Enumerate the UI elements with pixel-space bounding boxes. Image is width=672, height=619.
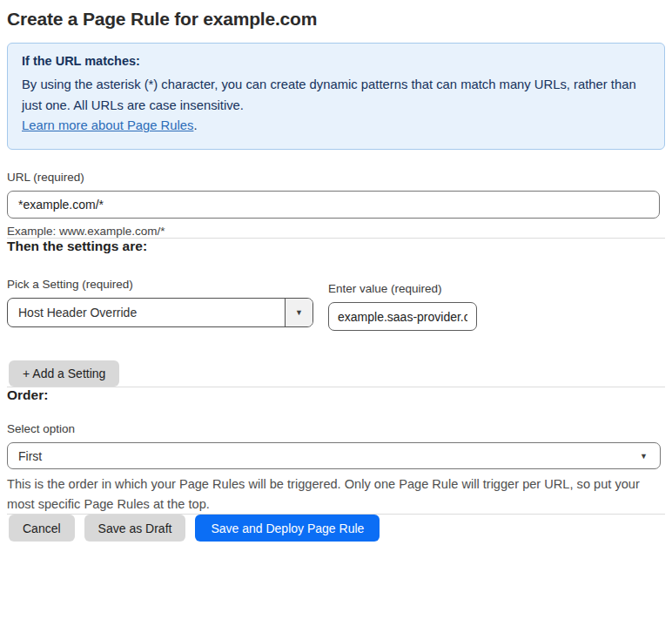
order-help-text: This is the order in which your Page Rul…: [7, 474, 665, 514]
settings-row: Pick a Setting (required) Host Header Ov…: [7, 278, 665, 331]
enter-value-label: Enter value (required): [328, 282, 477, 295]
info-box-heading: If the URL matches:: [22, 54, 650, 68]
info-box-body: By using the asterisk (*) character, you…: [22, 75, 650, 116]
order-section-heading: Order:: [7, 387, 665, 403]
url-matches-info-box: If the URL matches: By using the asteris…: [7, 43, 665, 150]
url-label: URL (required): [7, 171, 665, 184]
select-option-label: Select option: [7, 422, 665, 435]
cancel-button[interactable]: Cancel: [9, 515, 75, 542]
learn-more-link[interactable]: Learn more about Page Rules: [22, 118, 193, 132]
setting-select-arrow-button[interactable]: ▼: [285, 299, 312, 326]
add-setting-button[interactable]: + Add a Setting: [9, 360, 119, 387]
page-title: Create a Page Rule for example.com: [7, 9, 665, 30]
url-hint: Example: www.example.com/*: [7, 225, 665, 238]
save-draft-button[interactable]: Save as Draft: [84, 515, 186, 542]
chevron-down-icon: ▼: [640, 452, 648, 460]
link-suffix: .: [193, 118, 197, 132]
setting-select-value: Host Header Override: [8, 299, 285, 326]
create-page-rule-form: Create a Page Rule for example.com If th…: [0, 0, 672, 542]
setting-select[interactable]: Host Header Override ▼: [7, 298, 313, 327]
url-input[interactable]: [7, 191, 660, 219]
save-deploy-button[interactable]: Save and Deploy Page Rule: [195, 515, 380, 542]
settings-section-heading: Then the settings are:: [7, 239, 665, 254]
footer-buttons: Cancel Save as Draft Save and Deploy Pag…: [7, 515, 665, 542]
chevron-down-icon: ▼: [295, 309, 303, 317]
pick-setting-label: Pick a Setting (required): [7, 278, 313, 291]
order-select[interactable]: First ▼: [7, 442, 661, 469]
order-select-value: First: [18, 449, 42, 463]
setting-value-input[interactable]: [328, 302, 477, 331]
